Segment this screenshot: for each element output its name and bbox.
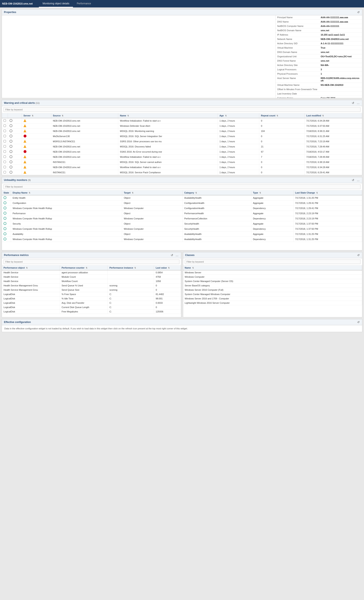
table-row: Logical Processors3 bbox=[276, 67, 362, 72]
warning-icon bbox=[24, 171, 27, 174]
row-checkbox[interactable] bbox=[3, 130, 6, 132]
table-row: NEB-OM-1542810.smx.net Workflow Initiali… bbox=[2, 165, 362, 170]
alerts-filter-row bbox=[2, 106, 362, 113]
unhealthy-th-target[interactable]: Target ⇅ bbox=[122, 190, 183, 195]
table-row: NEB-OM-1542810.smx.net MSSQL 2016: Monit… bbox=[2, 129, 362, 134]
table-row: Windows Computer bbox=[183, 275, 362, 279]
table-row: Windows Server bbox=[183, 270, 362, 275]
row-checkbox[interactable] bbox=[3, 150, 6, 153]
circle-icon bbox=[9, 140, 12, 143]
table-row: Health Service agent processor utilizati… bbox=[2, 270, 181, 275]
unhealthy-filter-input[interactable] bbox=[3, 184, 361, 189]
row-checkbox[interactable] bbox=[3, 140, 6, 142]
properties-table-container[interactable]: Principal NameAAA-AA-1111111.aaa.aaaDNS … bbox=[275, 15, 362, 98]
properties-table: Principal NameAAA-AA-1111111.aaa.aaaDNS … bbox=[276, 15, 362, 98]
alerts-table: Server ⇅ Source ⇅ Name ⇅ Age ⇅ Repeat co… bbox=[2, 113, 362, 175]
unhealthy-th-displayname[interactable]: Display Name ⇅ bbox=[11, 190, 122, 195]
classes-panel: Classes ↺ Name ⇅ Windows ServerWindows C… bbox=[183, 252, 363, 317]
unhealthy-table-head: State Display Name ⇅ Target ⇅ Category ⇅… bbox=[2, 190, 362, 195]
alerts-refresh-btn[interactable]: ↺ bbox=[351, 101, 355, 105]
perf-filter-row bbox=[2, 258, 181, 265]
table-row: LogicalDisk Current Disk Queue Length C:… bbox=[2, 305, 181, 309]
table-row: LogicalDisk % Free Space C: 81.4482 bbox=[2, 292, 181, 297]
row-checkbox[interactable] bbox=[3, 119, 6, 122]
table-row: LogicalDisk % Idle Time C: 98.001 bbox=[2, 297, 181, 301]
alerts-table-head: Server ⇅ Source ⇅ Name ⇅ Age ⇅ Repeat co… bbox=[2, 113, 362, 118]
properties-left bbox=[2, 15, 275, 98]
health-state-icon bbox=[3, 238, 6, 240]
unhealthy-menu-btn[interactable]: … bbox=[356, 178, 360, 182]
alerts-th-source[interactable]: Source ⇅ bbox=[51, 113, 118, 118]
properties-refresh-btn[interactable]: ↺ bbox=[357, 10, 360, 14]
alerts-th-modified[interactable]: Last modified ⇅ bbox=[305, 113, 362, 118]
circle-icon bbox=[9, 135, 12, 138]
unhealthy-th-type[interactable]: Type ⇅ bbox=[251, 190, 293, 195]
row-checkbox[interactable] bbox=[3, 124, 6, 127]
health-state-icon bbox=[3, 201, 6, 204]
circle-icon bbox=[9, 171, 12, 174]
table-row: Server BaseOS category bbox=[183, 283, 362, 288]
classes-title: Classes bbox=[185, 254, 195, 257]
eff-config-refresh-btn[interactable]: ↺ bbox=[357, 320, 360, 324]
alerts-table-wrapper: Server ⇅ Source ⇅ Name ⇅ Age ⇅ Repeat co… bbox=[2, 113, 362, 175]
table-row: Virtual MachineTrue bbox=[276, 46, 362, 50]
row-checkbox[interactable] bbox=[3, 161, 6, 163]
perf-th-instance[interactable]: Performance instance ⇅ bbox=[108, 265, 154, 270]
tab-performance[interactable]: Performance bbox=[73, 0, 95, 8]
alerts-filter-input[interactable] bbox=[3, 107, 361, 112]
row-checkbox[interactable] bbox=[3, 171, 6, 173]
row-checkbox[interactable] bbox=[3, 135, 6, 137]
warning-icon bbox=[24, 124, 27, 127]
classes-filter-input[interactable] bbox=[185, 260, 361, 264]
eff-config-actions: ↺ bbox=[357, 320, 360, 324]
classes-refresh-btn[interactable]: ↺ bbox=[357, 253, 360, 257]
table-row: Health Service Management Grou Send Queu… bbox=[2, 283, 181, 288]
perf-refresh-btn[interactable]: ↺ bbox=[170, 253, 174, 257]
alerts-th-age[interactable]: Age ⇅ bbox=[218, 113, 259, 118]
unhealthy-refresh-btn[interactable]: ↺ bbox=[351, 178, 355, 182]
alerts-th-server[interactable]: Server ⇅ bbox=[22, 113, 51, 118]
page-content: Properties ↺ Principal NameAAA-AA-111111… bbox=[0, 8, 364, 335]
health-state-icon bbox=[3, 206, 6, 209]
row-checkbox[interactable] bbox=[3, 166, 6, 168]
unhealthy-th-lastchange[interactable]: Last State Change ⇅ bbox=[293, 190, 362, 195]
perf-title: Performance metrics bbox=[4, 254, 28, 257]
table-row: NetBIOS Computer NameAAA-AA-1111111 bbox=[276, 24, 362, 28]
nav-tabs: Monitoring object details Performance bbox=[39, 0, 95, 8]
classes-panel-header: Classes ↺ bbox=[183, 252, 362, 258]
table-row: Principal NameAAA-AA-1111111.aaa.aaa bbox=[276, 15, 362, 20]
eff-config-body: Data in the effective configuration widg… bbox=[2, 325, 362, 332]
perf-table-container[interactable]: Performance object ⇅ Performance counter… bbox=[2, 265, 181, 317]
table-row: Entity Health Object AvailabilityHealth … bbox=[2, 195, 362, 201]
perf-th-counter[interactable]: Performance counter ⇅ bbox=[60, 265, 107, 270]
alerts-th-repeat[interactable]: Repeat count ⇅ bbox=[259, 113, 305, 118]
circle-icon bbox=[9, 145, 12, 148]
tab-monitoring-object-details[interactable]: Monitoring object details bbox=[39, 0, 73, 8]
table-row: Category NameCore OS 2016 bbox=[276, 96, 362, 98]
alerts-menu-btn[interactable]: … bbox=[356, 101, 360, 105]
perf-th-value[interactable]: Last value ⇅ bbox=[154, 265, 181, 270]
alerts-th-icon bbox=[8, 113, 22, 118]
table-row: Health Service Module Count 4758 bbox=[2, 275, 181, 279]
alerts-th-name[interactable]: Name ⇅ bbox=[118, 113, 218, 118]
unhealthy-th-category[interactable]: Category ⇅ bbox=[183, 190, 251, 195]
perf-menu-btn[interactable]: … bbox=[175, 253, 179, 257]
table-row: Windows Computer Role Health Rollup Wind… bbox=[2, 226, 362, 232]
table-row: NEB-OM-1542810.smx.net SSAS 2016: An Err… bbox=[2, 149, 362, 154]
health-state-icon bbox=[3, 196, 6, 199]
perf-th-obj[interactable]: Performance object ⇅ bbox=[2, 265, 60, 270]
circle-icon bbox=[9, 160, 12, 163]
table-row: Active Directory SiteNA-WA- bbox=[276, 63, 362, 67]
classes-th-name[interactable]: Name ⇅ bbox=[183, 265, 362, 270]
warning-icon bbox=[24, 160, 27, 163]
unhealthy-th-state[interactable]: State bbox=[2, 190, 11, 195]
row-checkbox[interactable] bbox=[3, 145, 6, 148]
perf-filter-input[interactable] bbox=[3, 260, 179, 264]
table-row: NEB-OM-1542810.smx.net Windows Defender … bbox=[2, 123, 362, 129]
table-row: Network NameNEB-OM-1542810.smx.net bbox=[276, 37, 362, 41]
alerts-panel: Warning and critical alerts (11) ↺ … Ser… bbox=[2, 100, 362, 175]
perf-tbody: Health Service agent processor utilizati… bbox=[2, 270, 181, 314]
warning-icon bbox=[24, 166, 27, 169]
row-checkbox[interactable] bbox=[3, 156, 6, 158]
unhealthy-filter-row bbox=[2, 183, 362, 190]
